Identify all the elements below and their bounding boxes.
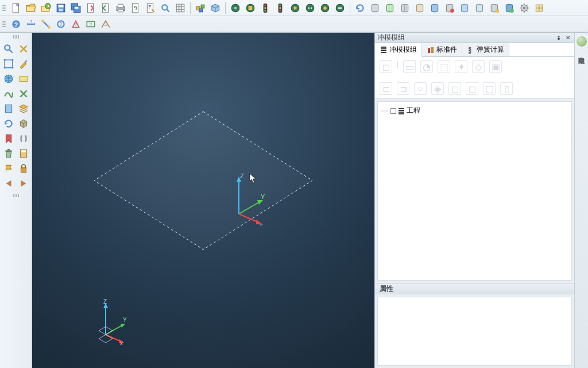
tree-checkbox[interactable] [390, 108, 396, 114]
svg-point-21 [234, 6, 237, 9]
cylinder-2-button[interactable] [383, 1, 397, 15]
cylinder-1-button[interactable] [368, 1, 382, 15]
view-6-button[interactable] [333, 1, 347, 15]
cylinder-10-button[interactable] [502, 1, 516, 15]
view-4-button[interactable] [303, 1, 317, 15]
search-button[interactable] [158, 1, 172, 15]
svg-marker-78 [94, 112, 312, 250]
bracket-button[interactable] [17, 132, 30, 145]
tab-spring-calc[interactable]: 弹簧计算 [462, 43, 509, 56]
doc-blue-button[interactable] [2, 102, 16, 116]
recent-folder-button[interactable] [39, 1, 53, 15]
toolbar-grip[interactable] [2, 2, 6, 14]
cursor-icon [249, 173, 257, 185]
left-toolbar-grip-bottom[interactable] [5, 194, 28, 197]
rect-select-button[interactable] [17, 72, 30, 86]
measure-5-button[interactable]: ? [84, 17, 98, 31]
svg-line-89 [106, 335, 121, 342]
right-panel: 冲模模组 ✕ 冲模模组 标准件 弹簧计算 ◻ [374, 33, 574, 368]
settings-button[interactable] [517, 1, 531, 15]
standard-icon [427, 46, 435, 54]
refresh-doc-button[interactable] [129, 1, 142, 15]
panel-tabs: 冲模模组 标准件 弹簧计算 [375, 43, 574, 57]
spring-icon [467, 46, 475, 54]
tool-final-button[interactable] [532, 1, 546, 15]
svg-rect-16 [176, 4, 184, 12]
measure-3-button[interactable]: ? [54, 17, 68, 31]
traffic-button[interactable] [258, 1, 272, 15]
y-axis-label: Y [261, 193, 265, 200]
tree-root-row[interactable]: ┈┈ 工程 [380, 105, 569, 116]
flag-button[interactable] [2, 162, 16, 175]
curve-button[interactable] [2, 87, 16, 101]
pin-button[interactable] [555, 34, 563, 42]
close-panel-button[interactable]: ✕ [564, 34, 572, 42]
link-button[interactable] [17, 42, 30, 56]
view-5-button[interactable] [318, 1, 332, 15]
svg-point-69 [11, 67, 13, 68]
refresh-button[interactable] [353, 1, 367, 15]
svg-point-29 [279, 4, 281, 6]
y-axis-label-corner: Y [123, 317, 127, 323]
measure-6-button[interactable] [99, 17, 113, 31]
cylinder-3-button[interactable] [398, 1, 412, 15]
cylinder-4-button[interactable] [413, 1, 427, 15]
sub-tool-14: ▢ [483, 82, 496, 95]
svg-marker-92 [99, 335, 113, 343]
tab-die-module[interactable]: 冲模模组 [375, 43, 422, 57]
tab-standard-parts[interactable]: 标准件 [422, 43, 462, 56]
measure-1-button[interactable]: ? [24, 17, 38, 31]
cylinder-6-button[interactable] [443, 1, 457, 15]
help-button[interactable]: ? [9, 17, 23, 31]
arrow-right-button[interactable] [17, 177, 30, 190]
properties-body[interactable] [377, 297, 572, 366]
zoom-button[interactable] [2, 42, 16, 56]
grid-button[interactable] [173, 1, 187, 15]
3d-viewport[interactable]: Z Y X Z Y X [32, 33, 374, 368]
paint-button[interactable] [17, 57, 30, 71]
import-button[interactable] [99, 1, 113, 15]
script-button[interactable] [144, 1, 157, 15]
frame-button[interactable] [2, 57, 16, 71]
measure-4-button[interactable]: ? [69, 17, 83, 31]
left-toolbar-grip[interactable] [5, 35, 28, 39]
open-folder-button[interactable] [24, 1, 38, 15]
module-icon [397, 107, 405, 115]
cylinder-7-button[interactable] [458, 1, 471, 15]
export-button[interactable] [84, 1, 98, 15]
module-icon [380, 45, 388, 53]
arrow-left-button[interactable] [2, 177, 16, 190]
calc-button[interactable] [17, 147, 30, 160]
user-avatar-icon[interactable] [577, 36, 587, 47]
lock-button[interactable] [17, 162, 30, 175]
globe-button[interactable] [2, 72, 16, 86]
sub-tool-7: ▣ [489, 60, 502, 73]
reload-button[interactable] [2, 117, 16, 131]
cross-green-button[interactable] [17, 87, 30, 101]
cylinder-5-button[interactable] [428, 1, 442, 15]
trash-button[interactable] [2, 147, 16, 160]
new-file-button[interactable] [9, 1, 23, 15]
view-1-button[interactable] [229, 1, 242, 15]
save-all-button[interactable] [69, 1, 83, 15]
layer-button[interactable] [17, 102, 30, 116]
toolbar-grip[interactable] [2, 18, 6, 30]
cylinder-8-button[interactable] [473, 1, 486, 15]
view-triad: Z Y X [95, 299, 131, 345]
svg-rect-93 [381, 47, 386, 48]
assembly-button[interactable] [194, 1, 207, 15]
save-button[interactable] [54, 1, 68, 15]
svg-point-67 [11, 59, 13, 61]
project-tree[interactable]: ┈┈ 工程 [377, 101, 572, 281]
view-3-button[interactable] [288, 1, 302, 15]
box-button[interactable] [17, 117, 30, 131]
view-2-button[interactable] [243, 1, 257, 15]
bookmark-button[interactable] [2, 132, 16, 145]
cylinder-9-button[interactable] [488, 1, 501, 15]
svg-rect-96 [381, 52, 386, 53]
print-button[interactable] [114, 1, 127, 15]
measure-2-button[interactable] [39, 17, 53, 31]
part-button[interactable] [208, 1, 222, 15]
svg-rect-11 [118, 4, 123, 7]
traffic-2-button[interactable] [273, 1, 287, 15]
